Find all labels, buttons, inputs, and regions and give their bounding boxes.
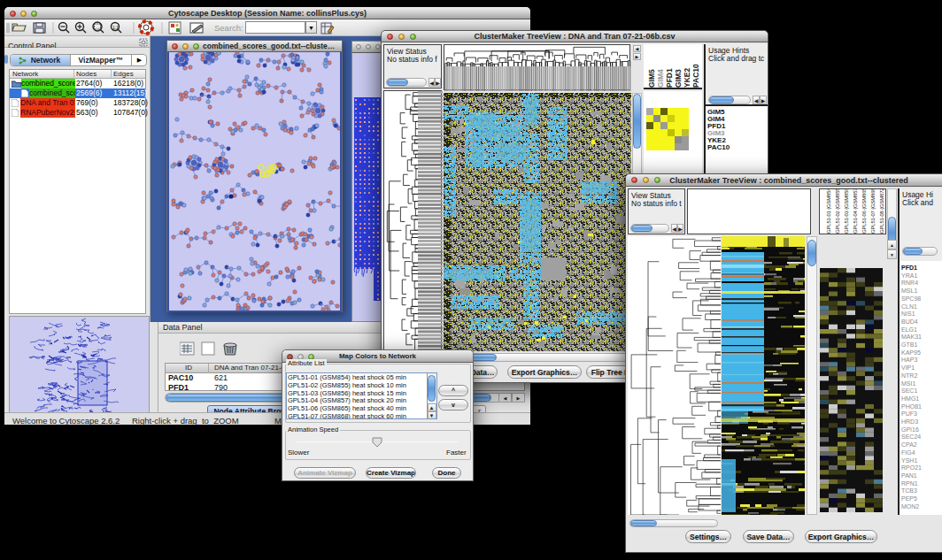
svg-text:1:1: 1:1 bbox=[112, 25, 119, 30]
svg-text:PAC10: PAC10 bbox=[691, 64, 700, 88]
svg-text:GIM3: GIM3 bbox=[674, 69, 683, 88]
svg-text:GIM4: GIM4 bbox=[656, 69, 665, 88]
svg-text:GPL51-01 (GSM854): GPL51-01 (GSM854) bbox=[826, 189, 831, 234]
svg-text:PFD1: PFD1 bbox=[665, 68, 674, 88]
svg-text:GPL51-04 (GSM857): GPL51-04 (GSM857) bbox=[853, 189, 858, 234]
svg-text:GPL51-07 (GSM868): GPL51-07 (GSM868) bbox=[870, 189, 876, 234]
svg-text:GPL51-02 (GSM855): GPL51-02 (GSM855) bbox=[835, 189, 840, 234]
svg-text:GPL51-03 (GSM856): GPL51-03 (GSM856) bbox=[844, 189, 849, 234]
svg-text:GPL51-08 (GSM872): GPL51-08 (GSM872) bbox=[879, 189, 884, 234]
svg-text:YKE2: YKE2 bbox=[683, 68, 691, 88]
svg-text:GPL51-06 (GSM865): GPL51-06 (GSM865) bbox=[861, 189, 867, 234]
svg-text:GIM5: GIM5 bbox=[647, 69, 656, 88]
